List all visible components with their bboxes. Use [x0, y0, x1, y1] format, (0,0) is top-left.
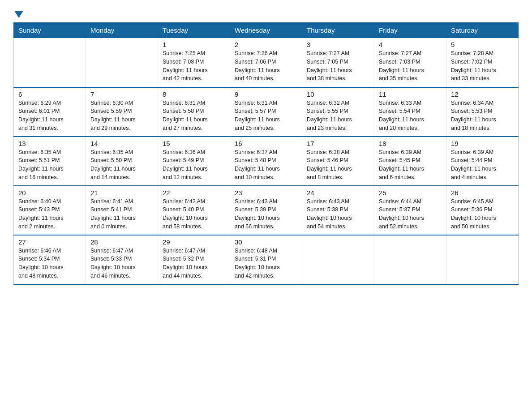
day-info: Sunrise: 6:35 AM Sunset: 5:50 PM Dayligh… — [90, 148, 153, 182]
day-info: Sunrise: 6:32 AM Sunset: 5:55 PM Dayligh… — [307, 99, 369, 133]
calendar-cell: 6Sunrise: 6:29 AM Sunset: 6:01 PM Daylig… — [14, 87, 86, 137]
day-number: 18 — [379, 140, 442, 147]
calendar-cell: 9Sunrise: 6:31 AM Sunset: 5:57 PM Daylig… — [230, 87, 302, 137]
day-info: Sunrise: 6:31 AM Sunset: 5:58 PM Dayligh… — [163, 99, 225, 133]
calendar-cell — [446, 235, 519, 284]
day-number: 19 — [451, 140, 514, 147]
day-number: 11 — [379, 90, 442, 98]
calendar-cell: 18Sunrise: 6:39 AM Sunset: 5:45 PM Dayli… — [374, 137, 446, 186]
day-number: 8 — [163, 90, 225, 98]
day-info: Sunrise: 6:30 AM Sunset: 5:59 PM Dayligh… — [90, 99, 153, 133]
header-tuesday: Tuesday — [158, 23, 230, 38]
day-info: Sunrise: 7:28 AM Sunset: 7:02 PM Dayligh… — [451, 49, 514, 83]
page-header — [13, 9, 519, 18]
day-number: 17 — [307, 140, 369, 147]
calendar-cell — [302, 235, 374, 284]
day-info: Sunrise: 6:44 AM Sunset: 5:37 PM Dayligh… — [379, 197, 442, 231]
calendar-cell: 23Sunrise: 6:43 AM Sunset: 5:39 PM Dayli… — [230, 186, 302, 235]
day-info: Sunrise: 6:35 AM Sunset: 5:51 PM Dayligh… — [18, 148, 81, 182]
calendar-cell: 2Sunrise: 7:26 AM Sunset: 7:06 PM Daylig… — [230, 38, 302, 87]
day-info: Sunrise: 6:40 AM Sunset: 5:43 PM Dayligh… — [18, 197, 81, 231]
calendar-cell: 8Sunrise: 6:31 AM Sunset: 5:58 PM Daylig… — [158, 87, 230, 137]
calendar-cell: 27Sunrise: 6:46 AM Sunset: 5:34 PM Dayli… — [14, 235, 86, 284]
day-number: 21 — [90, 189, 153, 197]
calendar-cell: 21Sunrise: 6:41 AM Sunset: 5:41 PM Dayli… — [86, 186, 158, 235]
calendar-cell — [374, 235, 446, 284]
day-number: 27 — [18, 238, 81, 246]
day-info: Sunrise: 6:43 AM Sunset: 5:38 PM Dayligh… — [307, 197, 369, 231]
day-number: 7 — [90, 90, 153, 98]
calendar-cell: 16Sunrise: 6:37 AM Sunset: 5:48 PM Dayli… — [230, 137, 302, 186]
calendar-cell: 12Sunrise: 6:34 AM Sunset: 5:53 PM Dayli… — [446, 87, 519, 137]
week-row-4: 20Sunrise: 6:40 AM Sunset: 5:43 PM Dayli… — [14, 186, 519, 235]
day-info: Sunrise: 6:39 AM Sunset: 5:45 PM Dayligh… — [379, 148, 442, 182]
calendar-cell: 1Sunrise: 7:25 AM Sunset: 7:08 PM Daylig… — [158, 38, 230, 87]
day-number: 1 — [163, 41, 225, 48]
day-number: 20 — [18, 189, 81, 197]
calendar-cell: 17Sunrise: 6:38 AM Sunset: 5:46 PM Dayli… — [302, 137, 374, 186]
day-info: Sunrise: 6:33 AM Sunset: 5:54 PM Dayligh… — [379, 99, 442, 133]
day-info: Sunrise: 7:25 AM Sunset: 7:08 PM Dayligh… — [163, 49, 225, 83]
day-number: 22 — [163, 189, 225, 197]
calendar-header: SundayMondayTuesdayWednesdayThursdayFrid… — [14, 23, 519, 38]
day-info: Sunrise: 6:47 AM Sunset: 5:33 PM Dayligh… — [90, 247, 153, 280]
calendar-cell: 4Sunrise: 7:27 AM Sunset: 7:03 PM Daylig… — [374, 38, 446, 87]
day-info: Sunrise: 6:46 AM Sunset: 5:34 PM Dayligh… — [18, 247, 81, 280]
day-info: Sunrise: 6:41 AM Sunset: 5:41 PM Dayligh… — [90, 197, 153, 231]
days-of-week-row: SundayMondayTuesdayWednesdayThursdayFrid… — [14, 23, 519, 38]
header-sunday: Sunday — [14, 23, 86, 38]
calendar-cell — [14, 38, 86, 87]
day-number: 25 — [379, 189, 442, 197]
day-number: 23 — [235, 189, 297, 197]
day-info: Sunrise: 6:38 AM Sunset: 5:46 PM Dayligh… — [307, 148, 369, 182]
header-monday: Monday — [86, 23, 158, 38]
calendar-cell: 14Sunrise: 6:35 AM Sunset: 5:50 PM Dayli… — [86, 137, 158, 186]
day-info: Sunrise: 6:29 AM Sunset: 6:01 PM Dayligh… — [18, 99, 81, 133]
calendar-cell: 20Sunrise: 6:40 AM Sunset: 5:43 PM Dayli… — [14, 186, 86, 235]
logo — [13, 9, 23, 18]
day-info: Sunrise: 7:26 AM Sunset: 7:06 PM Dayligh… — [235, 49, 297, 83]
calendar-cell: 25Sunrise: 6:44 AM Sunset: 5:37 PM Dayli… — [374, 186, 446, 235]
calendar-cell: 13Sunrise: 6:35 AM Sunset: 5:51 PM Dayli… — [14, 137, 86, 186]
calendar-cell — [86, 38, 158, 87]
calendar-cell: 26Sunrise: 6:45 AM Sunset: 5:36 PM Dayli… — [446, 186, 519, 235]
day-info: Sunrise: 6:31 AM Sunset: 5:57 PM Dayligh… — [235, 99, 297, 133]
calendar-cell: 30Sunrise: 6:48 AM Sunset: 5:31 PM Dayli… — [230, 235, 302, 284]
day-info: Sunrise: 6:34 AM Sunset: 5:53 PM Dayligh… — [451, 99, 514, 133]
logo-triangle-icon — [14, 11, 23, 18]
day-number: 30 — [235, 238, 297, 246]
calendar-cell: 29Sunrise: 6:47 AM Sunset: 5:32 PM Dayli… — [158, 235, 230, 284]
week-row-3: 13Sunrise: 6:35 AM Sunset: 5:51 PM Dayli… — [14, 137, 519, 186]
day-info: Sunrise: 6:43 AM Sunset: 5:39 PM Dayligh… — [235, 197, 297, 231]
header-thursday: Thursday — [302, 23, 374, 38]
day-info: Sunrise: 7:27 AM Sunset: 7:03 PM Dayligh… — [379, 49, 442, 83]
calendar-cell: 24Sunrise: 6:43 AM Sunset: 5:38 PM Dayli… — [302, 186, 374, 235]
day-number: 9 — [235, 90, 297, 98]
day-number: 2 — [235, 41, 297, 48]
day-number: 12 — [451, 90, 514, 98]
day-info: Sunrise: 7:27 AM Sunset: 7:05 PM Dayligh… — [307, 49, 369, 83]
calendar-cell: 3Sunrise: 7:27 AM Sunset: 7:05 PM Daylig… — [302, 38, 374, 87]
day-info: Sunrise: 6:36 AM Sunset: 5:49 PM Dayligh… — [163, 148, 225, 182]
day-info: Sunrise: 6:37 AM Sunset: 5:48 PM Dayligh… — [235, 148, 297, 182]
calendar-cell: 22Sunrise: 6:42 AM Sunset: 5:40 PM Dayli… — [158, 186, 230, 235]
calendar-table: SundayMondayTuesdayWednesdayThursdayFrid… — [13, 22, 519, 285]
day-info: Sunrise: 6:47 AM Sunset: 5:32 PM Dayligh… — [163, 247, 225, 280]
calendar-cell: 11Sunrise: 6:33 AM Sunset: 5:54 PM Dayli… — [374, 87, 446, 137]
calendar-cell: 19Sunrise: 6:39 AM Sunset: 5:44 PM Dayli… — [446, 137, 519, 186]
calendar-body: 1Sunrise: 7:25 AM Sunset: 7:08 PM Daylig… — [14, 38, 519, 284]
header-wednesday: Wednesday — [230, 23, 302, 38]
day-number: 24 — [307, 189, 369, 197]
day-number: 14 — [90, 140, 153, 147]
calendar-cell: 5Sunrise: 7:28 AM Sunset: 7:02 PM Daylig… — [446, 38, 519, 87]
day-number: 13 — [18, 140, 81, 147]
day-number: 4 — [379, 41, 442, 48]
header-friday: Friday — [374, 23, 446, 38]
day-number: 29 — [163, 238, 225, 246]
day-number: 10 — [307, 90, 369, 98]
calendar-cell: 15Sunrise: 6:36 AM Sunset: 5:49 PM Dayli… — [158, 137, 230, 186]
day-info: Sunrise: 6:48 AM Sunset: 5:31 PM Dayligh… — [235, 247, 297, 280]
day-number: 5 — [451, 41, 514, 48]
calendar-cell: 7Sunrise: 6:30 AM Sunset: 5:59 PM Daylig… — [86, 87, 158, 137]
week-row-2: 6Sunrise: 6:29 AM Sunset: 6:01 PM Daylig… — [14, 87, 519, 137]
